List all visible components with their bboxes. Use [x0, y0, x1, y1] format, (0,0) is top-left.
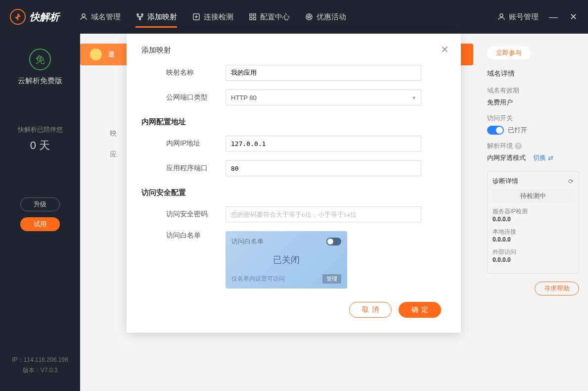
app-port-label: 应用程序端口	[166, 164, 226, 173]
env-label: 解析环境	[487, 142, 513, 150]
access-switch-label: 访问开关	[487, 114, 579, 123]
svg-rect-6	[254, 14, 256, 16]
logo-icon	[10, 9, 26, 25]
whitelist-panel: 访问白名单 已关闭 仅名单内设置可访问 管理	[226, 231, 347, 289]
local-conn-value: 0.0.0.0	[493, 236, 574, 243]
local-conn-label: 本地连接	[493, 228, 574, 236]
company-text: 快解析已陪伴您	[18, 125, 63, 134]
right-panel: 立即参与 域名详情 域名有效期 免费用户 访问开关 已打开 解析环境 ? 内网穿…	[478, 34, 588, 391]
svg-point-2	[141, 14, 143, 15]
nav-promotions[interactable]: 优惠活动	[305, 1, 346, 33]
diag-status: 待检测中	[493, 190, 574, 202]
product-name: 云解析免费版	[18, 76, 62, 86]
cancel-button[interactable]: 取消	[349, 302, 392, 318]
coin-icon	[90, 49, 102, 60]
port-type-label: 公网端口类型	[166, 93, 226, 102]
trial-button[interactable]: 试用	[20, 217, 60, 231]
app-port-input[interactable]	[226, 160, 421, 176]
server-ip-value: 0.0.0.0	[493, 216, 574, 223]
participate-button[interactable]: 立即参与	[487, 47, 531, 59]
close-button[interactable]: ✕	[568, 12, 578, 22]
user-icon	[79, 12, 88, 21]
whitelist-title: 访问白名单	[231, 237, 264, 246]
svg-point-10	[500, 14, 503, 17]
seek-help-button[interactable]: 寻求帮助	[535, 282, 579, 295]
nav-account-management[interactable]: 账号管理	[497, 12, 539, 22]
app-logo: 快解析	[10, 9, 59, 25]
swap-icon: ⇄	[548, 154, 553, 162]
whitelist-toggle[interactable]	[326, 238, 341, 245]
top-navigation: 快解析 域名管理 添加映射 连接检测 配置中心 优惠活动 账号管理 — ✕	[0, 0, 588, 34]
switch-link[interactable]: 切换	[533, 153, 546, 162]
modal-close-button[interactable]: ✕	[441, 44, 449, 55]
svg-point-3	[139, 18, 141, 20]
env-value: 内网穿透模式	[487, 153, 526, 162]
nav-config-center[interactable]: 配置中心	[248, 1, 290, 33]
app-name: 快解析	[30, 10, 59, 24]
free-badge-icon: 免	[29, 49, 51, 70]
chevron-down-icon: ▾	[412, 94, 416, 101]
nav-domain-management[interactable]: 域名管理	[79, 1, 121, 33]
sidebar-footer: IP：114.116.206.198 版本：V7.0.3	[12, 355, 68, 376]
help-icon[interactable]: ?	[515, 143, 522, 149]
mapping-icon	[136, 12, 144, 21]
whitelist-hint: 仅名单内设置可访问	[231, 275, 285, 283]
internal-ip-input[interactable]	[226, 136, 421, 151]
svg-rect-8	[254, 18, 256, 20]
user-icon	[497, 12, 506, 21]
security-config-section: 访问安全配置	[141, 188, 446, 197]
expire-value: 免费用户	[487, 98, 579, 107]
upgrade-button[interactable]: 升级	[20, 197, 60, 211]
days-count: 0 天	[30, 138, 50, 153]
internal-config-section: 内网配置地址	[141, 117, 446, 127]
diagnostic-panel: 诊断详情 ⟳ 待检测中 服务器IP检测 0.0.0.0 本地连接 0.0.0.0…	[487, 171, 579, 274]
main-content: 邀 映 应 添加映射 ✕ 映射名称 公网端口类型 HTTP 80 ▾	[80, 34, 478, 391]
expire-label: 域名有效期	[487, 86, 579, 95]
background-labels: 映 应	[110, 123, 117, 164]
grid-icon	[248, 12, 257, 21]
server-ip-label: 服务器IP检测	[493, 207, 574, 216]
sidebar: 免 云解析免费版 快解析已陪伴您 0 天 升级 试用 IP：114.116.20…	[0, 34, 80, 391]
svg-rect-5	[250, 14, 252, 16]
svg-rect-7	[250, 18, 252, 20]
modal-title: 添加映射	[141, 46, 446, 55]
whitelist-label: 访问白名单	[166, 231, 226, 240]
internal-ip-label: 内网IP地址	[166, 139, 226, 148]
svg-point-0	[82, 14, 85, 17]
port-type-select[interactable]: HTTP 80 ▾	[226, 90, 421, 105]
access-toggle[interactable]	[487, 126, 504, 135]
external-label: 外部访问	[493, 248, 574, 256]
nav-add-mapping[interactable]: 添加映射	[136, 1, 177, 33]
ip-address: 114.116.206.198	[24, 356, 68, 363]
add-mapping-modal: 添加映射 ✕ 映射名称 公网端口类型 HTTP 80 ▾ 内网配置地址 内网IP…	[127, 34, 461, 333]
version-number: V7.0.3	[41, 367, 58, 374]
plus-box-icon	[192, 12, 201, 21]
access-status: 已打开	[508, 126, 527, 135]
refresh-icon[interactable]: ⟳	[568, 178, 574, 185]
password-input[interactable]	[226, 206, 421, 222]
domain-details-title: 域名详情	[487, 69, 579, 78]
diag-title: 诊断详情	[493, 177, 518, 186]
password-label: 访问安全密码	[166, 210, 226, 219]
confirm-button[interactable]: 确定	[399, 302, 441, 318]
nav-connection-test[interactable]: 连接检测	[192, 1, 233, 33]
external-value: 0.0.0.0	[493, 256, 574, 263]
svg-point-1	[137, 14, 138, 15]
star-icon	[305, 12, 314, 21]
whitelist-status: 已关闭	[231, 254, 341, 266]
mapping-name-input[interactable]	[226, 65, 421, 81]
mapping-name-label: 映射名称	[166, 68, 226, 77]
whitelist-manage-button[interactable]: 管理	[322, 274, 341, 284]
minimize-button[interactable]: —	[548, 12, 558, 22]
